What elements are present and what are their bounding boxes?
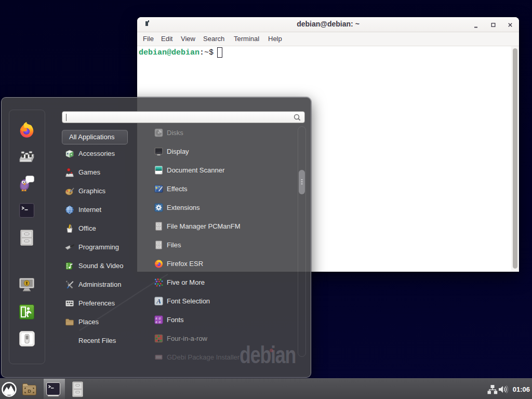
svg-text:A: A — [156, 297, 161, 305]
svg-text:a: a — [159, 320, 161, 324]
svg-text:D: D — [28, 389, 31, 394]
